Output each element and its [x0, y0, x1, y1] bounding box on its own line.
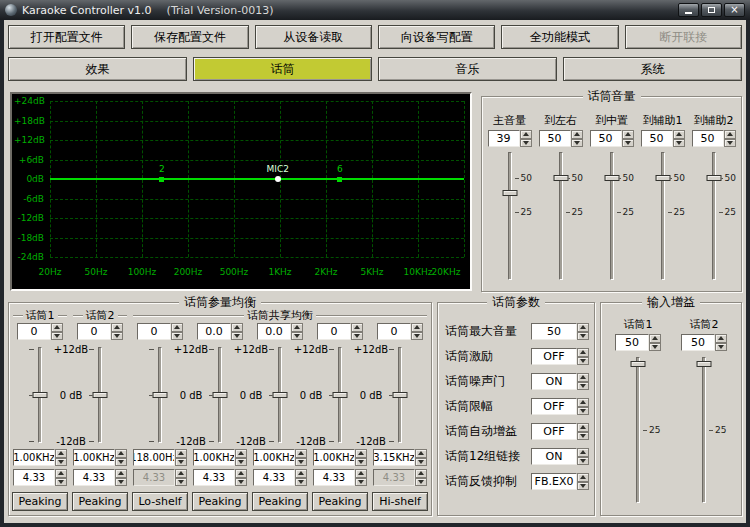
- slider-thumb[interactable]: [93, 392, 108, 398]
- band5-gain-spinner-decrement-button[interactable]: [291, 332, 303, 341]
- band2-q-spinner-increment-button[interactable]: [115, 469, 127, 478]
- slider-track[interactable]: [712, 152, 716, 280]
- slider-thumb[interactable]: [631, 361, 646, 367]
- volume-spinner-decrement-button[interactable]: [571, 139, 583, 148]
- slider-track[interactable]: [508, 152, 512, 280]
- open-config-file-button[interactable]: 打开配置文件: [8, 25, 125, 49]
- eq-band-marker[interactable]: [337, 177, 342, 182]
- slider-thumb[interactable]: [33, 392, 48, 398]
- band4-freq-spinner-decrement-button[interactable]: [235, 458, 247, 467]
- volume-slider[interactable]: 5025: [600, 152, 624, 280]
- slider-thumb[interactable]: [697, 361, 712, 367]
- band6-filter-type-button[interactable]: Peaking: [312, 492, 368, 511]
- band2-freq-spinner-increment-button[interactable]: [115, 449, 127, 458]
- tab-microphone[interactable]: 话筒: [193, 57, 372, 81]
- save-config-file-button[interactable]: 保存配置文件: [131, 25, 248, 49]
- volume-spinner-increment-button[interactable]: [724, 130, 736, 139]
- tab-system[interactable]: 系统: [563, 57, 742, 81]
- band5-q-spinner-value[interactable]: 4.33: [253, 469, 295, 486]
- band3-freq-spinner-decrement-button[interactable]: [175, 458, 187, 467]
- band4-q-spinner-value[interactable]: 4.33: [193, 469, 235, 486]
- band3-freq-spinner-value[interactable]: 118.00Hz: [133, 449, 175, 466]
- mic-param-spinner-increment-button[interactable]: [577, 423, 589, 432]
- band7-filter-type-button[interactable]: Hi-shelf: [372, 492, 428, 511]
- band4-gain-spinner-decrement-button[interactable]: [231, 332, 243, 341]
- band5-freq-spinner-value[interactable]: 1.00KHz: [253, 449, 295, 466]
- volume-spinner-increment-button[interactable]: [520, 130, 532, 139]
- band3-filter-type-button[interactable]: Lo-shelf: [132, 492, 188, 511]
- band6-q-spinner-increment-button[interactable]: [355, 469, 367, 478]
- band6-freq-spinner-value[interactable]: 1.00KHz: [313, 449, 355, 466]
- slider-thumb[interactable]: [393, 392, 408, 398]
- band7-gain-slider[interactable]: [388, 347, 412, 443]
- band7-gain-spinner-increment-button[interactable]: [411, 323, 423, 332]
- band2-freq-spinner-value[interactable]: 1.00KHz: [73, 449, 115, 466]
- band4-gain-slider[interactable]: [208, 347, 232, 443]
- band1-gain-spinner-value[interactable]: 0: [17, 323, 51, 340]
- input-gain-spinner-value[interactable]: 50: [615, 334, 649, 351]
- mic-param-spinner-increment-button[interactable]: [577, 373, 589, 382]
- band2-gain-spinner-decrement-button[interactable]: [111, 332, 123, 341]
- slider-thumb[interactable]: [655, 175, 670, 181]
- band4-q-spinner-increment-button[interactable]: [235, 469, 247, 478]
- minimize-button[interactable]: [678, 3, 699, 17]
- mic-param-spinner-increment-button[interactable]: [577, 473, 589, 482]
- slider-thumb[interactable]: [153, 392, 168, 398]
- volume-spinner-increment-button[interactable]: [571, 130, 583, 139]
- input-gain-slider[interactable]: 25: [626, 357, 650, 503]
- band7-freq-spinner-decrement-button[interactable]: [415, 458, 427, 467]
- band1-gain-slider[interactable]: [28, 347, 52, 443]
- slider-thumb[interactable]: [273, 392, 288, 398]
- band1-filter-type-button[interactable]: Peaking: [12, 492, 68, 511]
- volume-spinner-value[interactable]: 50: [590, 130, 622, 147]
- band4-gain-spinner-value[interactable]: 0.0: [197, 323, 231, 340]
- input-gain-slider[interactable]: 25: [692, 357, 716, 503]
- band3-gain-spinner-decrement-button[interactable]: [171, 332, 183, 341]
- band3-freq-spinner-increment-button[interactable]: [175, 449, 187, 458]
- tab-effects[interactable]: 效果: [8, 57, 187, 81]
- band7-freq-spinner-value[interactable]: 3.15KHz: [373, 449, 415, 466]
- mic-param-spinner-value[interactable]: OFF: [531, 348, 577, 365]
- slider-track[interactable]: [610, 152, 614, 280]
- input-gain-spinner-increment-button[interactable]: [649, 334, 661, 343]
- volume-spinner-increment-button[interactable]: [622, 130, 634, 139]
- mic-param-spinner-increment-button[interactable]: [577, 348, 589, 357]
- band1-q-spinner-increment-button[interactable]: [55, 469, 67, 478]
- mic-param-spinner-decrement-button[interactable]: [577, 332, 589, 341]
- eq-band-marker[interactable]: [275, 176, 281, 182]
- band1-gain-spinner-increment-button[interactable]: [51, 323, 63, 332]
- mic-param-spinner-decrement-button[interactable]: [577, 407, 589, 416]
- volume-spinner-value[interactable]: 50: [692, 130, 724, 147]
- volume-spinner-decrement-button[interactable]: [673, 139, 685, 148]
- mic-param-spinner-value[interactable]: ON: [531, 448, 577, 465]
- band1-q-spinner-decrement-button[interactable]: [55, 478, 67, 487]
- write-config-to-device-button[interactable]: 向设备写配置: [378, 25, 495, 49]
- title-bar[interactable]: Karaoke Controller v1.0 (Trial Version-0…: [0, 0, 750, 20]
- slider-track[interactable]: [702, 357, 706, 503]
- band1-freq-spinner-decrement-button[interactable]: [55, 458, 67, 467]
- maximize-button[interactable]: [701, 3, 722, 17]
- mic-param-spinner-increment-button[interactable]: [577, 448, 589, 457]
- read-from-device-button[interactable]: 从设备读取: [255, 25, 372, 49]
- volume-spinner-value[interactable]: 50: [539, 130, 571, 147]
- band5-gain-slider[interactable]: [268, 347, 292, 443]
- band6-gain-spinner-decrement-button[interactable]: [351, 332, 363, 341]
- band6-freq-spinner-increment-button[interactable]: [355, 449, 367, 458]
- band1-gain-spinner-decrement-button[interactable]: [51, 332, 63, 341]
- input-gain-spinner-increment-button[interactable]: [715, 334, 727, 343]
- slider-thumb[interactable]: [604, 175, 619, 181]
- mic-param-spinner-increment-button[interactable]: [577, 323, 589, 332]
- slider-thumb[interactable]: [333, 392, 348, 398]
- band5-q-spinner-increment-button[interactable]: [295, 469, 307, 478]
- volume-slider[interactable]: 5025: [702, 152, 726, 280]
- band5-gain-spinner-value[interactable]: 0.0: [257, 323, 291, 340]
- slider-thumb[interactable]: [553, 175, 568, 181]
- band7-gain-spinner-decrement-button[interactable]: [411, 332, 423, 341]
- band4-gain-spinner-increment-button[interactable]: [231, 323, 243, 332]
- mic-param-spinner-value[interactable]: OFF: [531, 398, 577, 415]
- volume-spinner-value[interactable]: 39: [488, 130, 520, 147]
- band3-gain-spinner-increment-button[interactable]: [171, 323, 183, 332]
- eq-band-marker[interactable]: [159, 177, 164, 182]
- mic-param-spinner-decrement-button[interactable]: [577, 357, 589, 366]
- band4-q-spinner-decrement-button[interactable]: [235, 478, 247, 487]
